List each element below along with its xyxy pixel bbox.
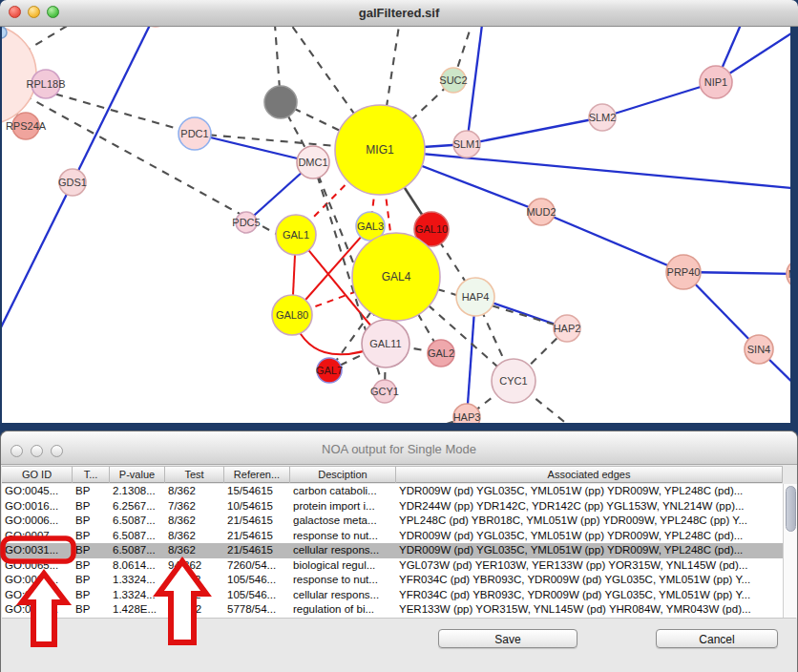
graph-node-label: NIP1 <box>704 76 727 88</box>
cell-reference: 21/54615 <box>224 514 290 529</box>
cell-type: BP <box>73 484 110 499</box>
graph-node-label: GAL7 <box>316 365 343 376</box>
cell-reference: 5778/54... <box>224 602 290 618</box>
table-row[interactable]: GO:0031...BP1.3324...11/362105/546...res… <box>2 573 783 588</box>
cell-p_value: 1.3324... <box>110 588 165 603</box>
cell-reference: 105/546... <box>224 588 290 603</box>
screen: galFiltered.sif RPL18BRPS24AGDS1PDC1PDC5… <box>0 0 798 672</box>
cell-description: galactose meta... <box>290 514 396 529</box>
table-row[interactable]: GO:0016...BP6.2567...7/36210/54615protei… <box>2 499 783 514</box>
graph-node-label: SUC2 <box>439 74 467 86</box>
network-graph: RPL18BRPS24AGDS1PDC1PDC5DMC1MIG1SUC2SLM1… <box>2 27 790 423</box>
graph-node-label: GAL11 <box>369 338 401 349</box>
graph-node-label: GAL4 <box>382 270 411 284</box>
graph-node-grayNode[interactable] <box>264 86 297 118</box>
graph-edge <box>380 150 790 189</box>
column-header-edges[interactable]: Associated edges <box>396 467 783 483</box>
cell-p_value: 1.428E... <box>110 602 165 618</box>
cell-go_id: GO:0031... <box>2 573 73 588</box>
cell-test: 11/362 <box>165 573 224 588</box>
cell-p_value: 6.5087... <box>110 543 165 558</box>
graph-edge <box>467 27 482 144</box>
cell-p_value: 6.5087... <box>110 529 165 544</box>
graph-edge <box>541 212 683 272</box>
cell-go_id: GO:0031... <box>2 543 73 558</box>
cell-test: 8/362 <box>165 484 224 499</box>
cell-edges: YDR009W (pd) YGL035C, YML051W (pp) YDR00… <box>396 543 783 558</box>
cell-type: BP <box>73 514 110 529</box>
table-row[interactable]: GO:0031...BP6.5087...8/36221/54615cellul… <box>2 543 783 558</box>
cell-edges: YER133W (pp) YOR315W, YNL145W (pd) YHR08… <box>396 602 783 618</box>
column-header-description[interactable]: Desciption <box>290 467 396 483</box>
graph-node-label: GAL1 <box>283 229 309 241</box>
cell-edges: YPL248C (pd) YBR018C, YML051W (pp) YDR00… <box>396 514 783 529</box>
cell-go_id: GO:0016... <box>2 499 73 514</box>
table-row[interactable]: GO:0031...BP1.3324...11/362105/546...cel… <box>2 588 783 603</box>
graph-node-label: PDC5 <box>232 217 260 228</box>
cell-go_id: GO:0065... <box>2 558 73 574</box>
cell-test: 8/362 <box>165 543 224 558</box>
cell-description: regulation of bi... <box>290 602 396 618</box>
column-header-reference[interactable]: Referen... <box>224 467 290 483</box>
graph-node-label: MSL1 <box>788 268 790 280</box>
cell-reference: 10/54615 <box>224 499 290 514</box>
scrollbar-thumb[interactable] <box>786 486 796 532</box>
cell-test: 94/362 <box>165 558 224 574</box>
graph-node-label: SIN4 <box>747 344 770 355</box>
column-header-go_id[interactable]: GO ID <box>2 467 73 483</box>
graph-node-label: PRP40 <box>667 266 701 278</box>
cell-description: protein import i... <box>290 499 396 514</box>
cell-p_value: 8.0614... <box>110 558 165 574</box>
cell-description: cellular respons... <box>290 588 396 603</box>
graph-node-label: GAL2 <box>428 347 454 359</box>
table-row[interactable]: GO:0006...BP6.5087...8/36221/54615galact… <box>2 514 783 529</box>
cell-edges: YFR034C (pd) YBR093C, YDR009W (pd) YGL03… <box>396 573 783 588</box>
table-row[interactable]: GO:0045...BP2.1308...8/36215/54615carbon… <box>2 484 783 499</box>
graph-node-label: HAP3 <box>453 411 481 423</box>
graph-node-label: GDS1 <box>58 177 87 188</box>
graph-node-label: GCY1 <box>370 386 399 397</box>
cell-edges: YDR009W (pd) YGL035C, YML051W (pp) YDR00… <box>396 484 783 499</box>
cell-reference: 21/54615 <box>224 543 290 558</box>
network-window-title: galFiltered.sif <box>0 0 798 27</box>
noa-titlebar[interactable]: NOA output for Single Mode <box>1 431 797 465</box>
network-canvas[interactable]: RPL18BRPS24AGDS1PDC1PDC5DMC1MIG1SUC2SLM1… <box>2 27 790 423</box>
cell-reference: 105/546... <box>224 573 290 588</box>
cell-test: 8/362 <box>165 529 224 544</box>
graph-node-sliver[interactable] <box>2 27 7 38</box>
cell-type: BP <box>73 499 110 514</box>
graph-node-label: HAP2 <box>554 323 581 334</box>
cell-p_value: 6.2567... <box>110 499 165 514</box>
graph-edge <box>2 182 73 329</box>
table-row[interactable]: GO:0065...BP8.0614...94/3627260/54...bio… <box>2 558 783 574</box>
cell-edges: YDR244W (pp) YDR142C, YDR142C (pp) YGL15… <box>396 499 783 514</box>
cell-test: 11/362 <box>165 588 224 603</box>
network-titlebar[interactable]: galFiltered.sif <box>0 0 798 27</box>
graph-node-label: CYC1 <box>499 375 527 387</box>
cell-type: BP <box>73 529 110 544</box>
column-header-p_value[interactable]: P-value <box>110 467 165 483</box>
table-header-row: GO IDT...P-valueTestReferen...Desciption… <box>2 466 783 483</box>
cell-edges: YDR009W (pd) YGL035C, YML051W (pp) YDR00… <box>396 529 783 544</box>
cell-description: cellular respons... <box>290 543 396 558</box>
graph-node-blob[interactable] <box>2 27 36 124</box>
graph-node-label: PDC1 <box>180 128 208 139</box>
table-row[interactable]: GO:0050...BP1.428E...80/3625778/54...reg… <box>2 602 783 618</box>
cell-test: 7/362 <box>165 499 224 514</box>
cell-go_id: GO:0045... <box>2 484 73 499</box>
cell-go_id: GO:0006... <box>2 514 73 529</box>
cell-reference: 15/54615 <box>224 484 290 499</box>
table-row[interactable]: GO:0007...BP6.5087...8/36221/54615respon… <box>2 529 783 544</box>
graph-edge <box>467 117 602 144</box>
graph-node-label: GAL3 <box>357 220 384 232</box>
graph-edge <box>73 27 156 182</box>
table-scrollbar[interactable] <box>783 484 797 618</box>
graph-node-label: RPL18B <box>27 78 66 90</box>
save-button[interactable]: Save <box>438 629 578 648</box>
cancel-button[interactable]: Cancel <box>656 629 778 648</box>
graph-node-label: MIG1 <box>366 143 394 157</box>
column-header-type[interactable]: T... <box>73 467 110 483</box>
cell-description: response to nut... <box>290 573 396 588</box>
cell-go_id: GO:0050... <box>2 602 73 618</box>
column-header-test[interactable]: Test <box>165 467 224 483</box>
